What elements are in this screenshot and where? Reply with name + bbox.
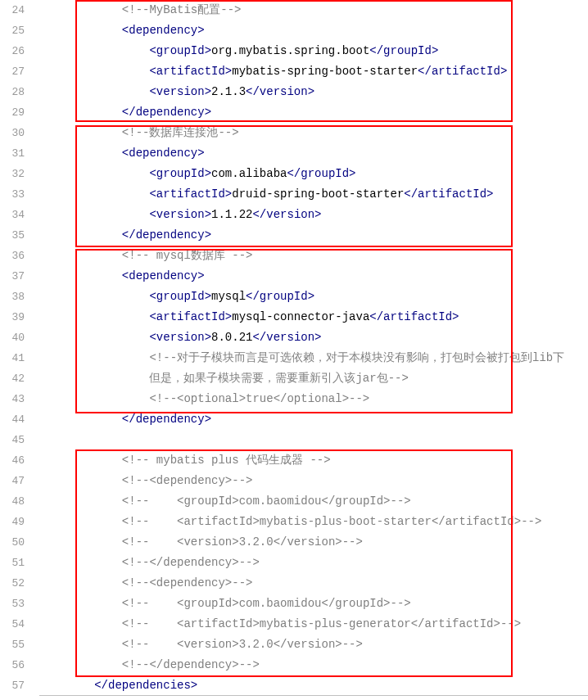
code-line: <!--<dependency>--> xyxy=(39,471,588,491)
xml-tag: </dependency> xyxy=(122,106,211,119)
code-line: <groupId>org.mybatis.spring.boot</groupI… xyxy=(39,41,588,61)
xml-comment: <!--MyBatis配置--> xyxy=(122,3,242,16)
xml-comment: <!-- mysql数据库 --> xyxy=(122,249,253,262)
code-line: <!--<optional>true</optional>--> xyxy=(39,389,588,409)
code-line: <version>8.0.21</version> xyxy=(39,327,588,348)
code-line: <artifactId>druid-spring-boot-starter</a… xyxy=(39,184,588,205)
xml-comment: <!--数据库连接池--> xyxy=(122,126,239,139)
code-line: <!--MyBatis配置--> xyxy=(39,0,588,20)
code-line: <!-- <version>3.2.0</version>--> xyxy=(39,532,588,553)
code-line: <!-- mysql数据库 --> xyxy=(39,246,588,266)
line-number-gutter: 2425262728293031323334353637383940414243… xyxy=(0,0,39,696)
code-line: <!-- <groupId>com.baomidou</groupId>--> xyxy=(39,594,588,614)
xml-comment: <!--<optional>true</optional>--> xyxy=(149,392,369,405)
code-line: <groupId>com.alibaba</groupId> xyxy=(39,164,588,184)
xml-tag: <dependency> xyxy=(122,269,205,282)
code-line: <!--数据库连接池--> xyxy=(39,123,588,143)
code-line: <artifactId>mybatis-spring-boot-starter<… xyxy=(39,61,588,82)
xml-comment: <!-- mybatis plus 代码生成器 --> xyxy=(122,454,331,467)
code-line: <!--<dependency>--> xyxy=(39,573,588,594)
code-area: <!--MyBatis配置--> <dependency> <groupId>o… xyxy=(39,0,588,696)
code-line: </dependency> xyxy=(39,409,588,430)
code-line: <!--</dependency>--> xyxy=(39,553,588,573)
code-line: <!--</dependency>--> xyxy=(39,655,588,675)
xml-tag: <dependency> xyxy=(122,147,205,160)
xml-tag: <dependency> xyxy=(122,24,205,37)
code-line: <dependency> xyxy=(39,20,588,41)
code-line xyxy=(39,430,588,450)
code-line: <!-- <artifactId>mybatis-plus-generator<… xyxy=(39,614,588,635)
code-line: 但是，如果子模块需要，需要重新引入该jar包--> xyxy=(39,368,588,389)
code-line: <!-- <artifactId>mybatis-plus-boot-start… xyxy=(39,512,588,532)
xml-comment: <!--对于子模块而言是可选依赖，对于本模块没有影响，打包时会被打包到lib下 xyxy=(149,351,564,364)
code-line: <artifactId>mysql-connector-java</artifa… xyxy=(39,307,588,327)
code-line: <version>1.1.22</version> xyxy=(39,205,588,225)
code-line: <version>2.1.3</version> xyxy=(39,82,588,102)
code-line: <dependency> xyxy=(39,266,588,287)
xml-tag: </dependencies> xyxy=(94,679,197,692)
code-line: <!-- mybatis plus 代码生成器 --> xyxy=(39,450,588,471)
code-line: <!-- <groupId>com.baomidou</groupId>--> xyxy=(39,491,588,512)
xml-comment: 但是，如果子模块需要，需要重新引入该jar包--> xyxy=(149,372,408,385)
xml-tag: </dependency> xyxy=(122,228,211,242)
code-line: </dependency> xyxy=(39,102,588,123)
xml-tag: </dependency> xyxy=(122,413,211,426)
code-line: <!--对于子模块而言是可选依赖，对于本模块没有影响，打包时会被打包到lib下 xyxy=(39,348,588,368)
code-line: </dependencies> xyxy=(39,675,588,696)
code-line: </dependency> xyxy=(39,225,588,246)
code-line: <groupId>mysql</groupId> xyxy=(39,287,588,307)
code-line: <!-- <version>3.2.0</version>--> xyxy=(39,635,588,655)
code-line: <dependency> xyxy=(39,143,588,164)
